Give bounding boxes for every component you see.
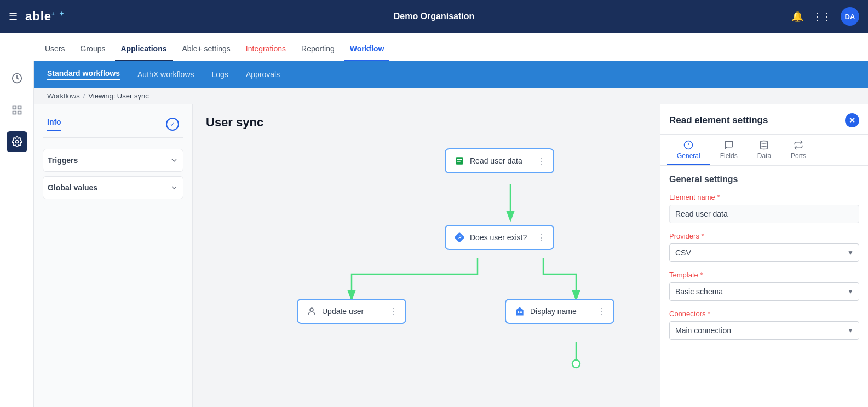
svg-rect-11 xyxy=(457,161,461,162)
grid-icon[interactable]: ⋮⋮ xyxy=(812,10,832,22)
svg-point-8 xyxy=(572,360,580,368)
general-settings-title: General settings xyxy=(669,175,859,184)
canvas-svg xyxy=(193,132,660,407)
settings-tab-ports[interactable]: Ports xyxy=(781,135,816,165)
element-name-label: Element name * xyxy=(669,193,859,201)
element-name-input[interactable] xyxy=(669,205,859,223)
node-read-user-data[interactable]: Read user data ⋮ xyxy=(445,148,554,173)
svg-marker-15 xyxy=(516,307,523,316)
providers-group: Providers * CSV LDAP SQL API ▼ xyxy=(669,232,859,262)
subheader-tab-approvals[interactable]: Approvals xyxy=(246,70,280,79)
top-nav-right: 🔔 ⋮⋮ DA xyxy=(791,7,859,26)
workflow-body: Info ✓ Triggers Global values User sync xyxy=(34,104,868,407)
fields-icon xyxy=(724,140,734,150)
node-display-name-menu[interactable]: ⋮ xyxy=(597,306,606,317)
connectors-label: Connectors * xyxy=(669,310,859,318)
global-values-chevron xyxy=(170,183,179,192)
connectors-select-wrapper: Main connection Secondary connection ▼ xyxy=(669,321,859,340)
svg-rect-3 xyxy=(13,111,16,114)
svg-point-22 xyxy=(761,141,768,144)
settings-title: Read element settings xyxy=(669,115,768,126)
settings-tab-data[interactable]: Data xyxy=(748,135,781,165)
node-read-user-data-label: Read user data xyxy=(470,156,522,165)
connectors-group: Connectors * Main connection Secondary c… xyxy=(669,310,859,340)
svg-rect-2 xyxy=(18,106,21,109)
providers-label: Providers * xyxy=(669,232,859,240)
breadcrumb-current: Viewing: User sync xyxy=(88,92,148,100)
workflow-title: User sync xyxy=(193,104,660,135)
node-does-user-exist-label: Does user exist? xyxy=(470,233,527,242)
network-icon xyxy=(514,305,526,317)
breadcrumb: Workflows / Viewing: User sync xyxy=(34,88,868,104)
template-select-wrapper: Basic schema Advanced schema Custom ▼ xyxy=(669,282,859,301)
hamburger-icon[interactable]: ☰ xyxy=(9,10,18,22)
template-label: Template * xyxy=(669,271,859,279)
node-does-user-exist[interactable]: ? Does user exist? ⋮ xyxy=(445,225,554,250)
svg-rect-1 xyxy=(13,106,16,109)
close-settings-button[interactable]: ✕ xyxy=(845,113,859,127)
left-panel: Info ✓ Triggers Global values xyxy=(34,104,193,407)
tab-groups[interactable]: Groups xyxy=(75,44,111,61)
providers-select[interactable]: CSV LDAP SQL API xyxy=(669,243,859,262)
node-update-user-menu[interactable]: ⋮ xyxy=(389,306,398,317)
triggers-section[interactable]: Triggers xyxy=(43,149,183,172)
data-icon xyxy=(759,140,769,150)
svg-point-17 xyxy=(520,311,522,313)
settings-body: General settings Element name * Provider… xyxy=(660,166,868,407)
blue-subheader: Standard workflows AuthX workflows Logs … xyxy=(34,61,868,88)
node-display-name[interactable]: Display name ⋮ xyxy=(505,299,614,324)
read-icon xyxy=(453,155,465,167)
settings-tab-general[interactable]: General xyxy=(667,135,710,165)
settings-tabs: General Fields Data Ports xyxy=(660,135,868,166)
settings-tab-fields[interactable]: Fields xyxy=(710,135,748,165)
element-name-group: Element name * xyxy=(669,193,859,223)
svg-point-16 xyxy=(518,311,519,313)
bell-icon[interactable]: 🔔 xyxy=(791,10,803,22)
global-values-section[interactable]: Global values xyxy=(43,176,183,199)
node-read-user-data-menu[interactable]: ⋮ xyxy=(537,156,545,166)
providers-select-wrapper: CSV LDAP SQL API ▼ xyxy=(669,243,859,262)
connectors-select[interactable]: Main connection Secondary connection xyxy=(669,321,859,340)
global-values-label: Global values xyxy=(48,183,97,192)
tab-reporting[interactable]: Reporting xyxy=(296,44,340,61)
ports-icon xyxy=(794,140,803,150)
workflow-canvas: Read user data ⋮ ? Does user exist? ⋮ xyxy=(193,132,660,407)
node-update-user-label: Update user xyxy=(322,307,364,316)
info-tab[interactable]: Info xyxy=(47,118,61,131)
tab-users[interactable]: Users xyxy=(39,44,71,61)
info-header: Info ✓ xyxy=(43,113,183,131)
tab-applications[interactable]: Applications xyxy=(115,44,172,61)
subheader-tab-logs[interactable]: Logs xyxy=(212,70,228,79)
sidebar-icon-clock[interactable] xyxy=(7,68,27,89)
svg-point-5 xyxy=(15,141,18,143)
tab-workflow[interactable]: Workflow xyxy=(344,44,390,61)
template-group: Template * Basic schema Advanced schema … xyxy=(669,271,859,301)
secondary-nav: Users Groups Applications Able+ settings… xyxy=(0,33,868,61)
main-layout: Standard workflows AuthX workflows Logs … xyxy=(0,61,868,407)
svg-rect-10 xyxy=(457,159,462,160)
org-title: Demo Organisation xyxy=(394,11,475,21)
sidebar-icon-grid[interactable] xyxy=(7,100,27,120)
info-circle-btn[interactable]: ✓ xyxy=(166,118,179,131)
question-icon: ? xyxy=(453,231,465,243)
tab-integrations[interactable]: Integrations xyxy=(240,44,291,61)
tab-able-settings[interactable]: Able+ settings xyxy=(177,44,236,61)
person-icon xyxy=(306,305,318,317)
subheader-tab-standard[interactable]: Standard workflows xyxy=(47,69,120,80)
logo: able+ ✦ xyxy=(25,9,65,24)
content-area: Standard workflows AuthX workflows Logs … xyxy=(34,61,868,407)
node-does-user-exist-menu[interactable]: ⋮ xyxy=(537,232,545,243)
breadcrumb-separator: / xyxy=(83,92,85,100)
node-display-name-label: Display name xyxy=(530,307,577,316)
svg-point-14 xyxy=(310,308,313,311)
node-update-user[interactable]: Update user ⋮ xyxy=(297,299,406,324)
template-select[interactable]: Basic schema Advanced schema Custom xyxy=(669,282,859,301)
sidebar-icons xyxy=(0,61,34,407)
sidebar-icon-settings[interactable] xyxy=(7,131,27,152)
breadcrumb-parent[interactable]: Workflows xyxy=(47,92,80,100)
settings-panel: Read element settings ✕ General Fields D… xyxy=(660,104,868,407)
general-icon xyxy=(683,140,693,150)
svg-rect-4 xyxy=(18,111,21,114)
avatar[interactable]: DA xyxy=(841,7,859,26)
subheader-tab-authx[interactable]: AuthX workflows xyxy=(137,70,194,79)
